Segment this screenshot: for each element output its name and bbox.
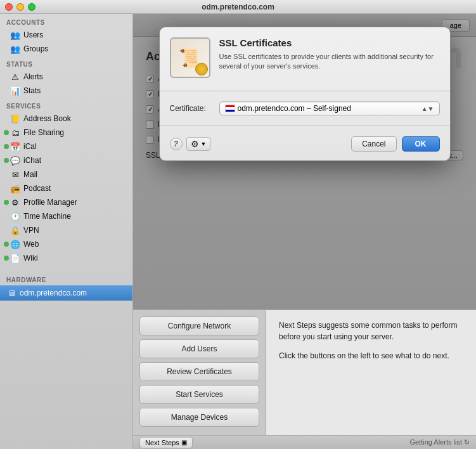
sidebar-item-label: Mail bbox=[23, 170, 37, 179]
window-controls[interactable] bbox=[5, 3, 35, 11]
sidebar-item-stats[interactable]: 📊 Stats bbox=[0, 84, 132, 98]
certificate-badge bbox=[195, 63, 208, 75]
modal-title: SSL Certificates bbox=[219, 37, 440, 48]
content-area: age pretendco.com Access Allow remote lo… bbox=[133, 14, 476, 309]
right-panel: age pretendco.com Access Allow remote lo… bbox=[133, 14, 476, 449]
certificate-value: odm.pretendco.com – Self-signed bbox=[238, 104, 351, 113]
sidebar-item-label: Profile Manager bbox=[23, 198, 77, 207]
sidebar-item-groups[interactable]: 👥 Groups bbox=[0, 42, 132, 56]
sidebar-item-users[interactable]: 👥 Users bbox=[0, 28, 132, 42]
ical-icon: 📅 bbox=[10, 141, 20, 152]
sidebar: ACCOUNTS 👥 Users 👥 Groups STATUS ⚠ Alert… bbox=[0, 14, 133, 449]
chevron-down-icon: ▲▼ bbox=[421, 105, 434, 112]
sidebar-item-label: File Sharing bbox=[23, 128, 64, 137]
sidebar-item-label: Alerts bbox=[23, 72, 43, 81]
sidebar-item-label: VPN bbox=[23, 226, 39, 235]
alerts-icon: ⚠ bbox=[10, 72, 20, 82]
accounts-section-header: ACCOUNTS bbox=[0, 14, 132, 28]
window-title: odm.pretendco.com bbox=[202, 3, 274, 11]
status-dot bbox=[4, 228, 9, 233]
hardware-icon: 🖥 bbox=[6, 288, 16, 298]
add-users-button[interactable]: Add Users bbox=[139, 339, 259, 358]
statusbar: Next Steps ▣ Getting Alerts list ↻ bbox=[133, 435, 476, 449]
cancel-button[interactable]: Cancel bbox=[351, 136, 396, 152]
minimize-button[interactable] bbox=[16, 3, 24, 11]
next-steps-button[interactable]: Next Steps ▣ bbox=[139, 437, 193, 448]
status-section-header: STATUS bbox=[0, 56, 132, 70]
sidebar-item-vpn[interactable]: 🔒 VPN bbox=[0, 223, 132, 237]
stats-icon: 📊 bbox=[10, 86, 20, 96]
ichat-icon: 💬 bbox=[10, 155, 20, 166]
web-icon: 🌐 bbox=[10, 239, 20, 249]
gear-dropdown-icon: ▼ bbox=[201, 141, 207, 147]
ok-button[interactable]: OK bbox=[402, 136, 440, 152]
certificate-flag-icon bbox=[225, 105, 235, 112]
sidebar-item-label: Users bbox=[23, 30, 43, 39]
sidebar-hardware-label: odm.pretendco.com bbox=[20, 289, 87, 297]
users-icon: 👥 bbox=[10, 30, 20, 40]
manage-devices-button[interactable]: Manage Devices bbox=[139, 408, 259, 427]
help-button[interactable]: ? bbox=[170, 138, 183, 150]
sidebar-item-ichat[interactable]: 💬 iChat bbox=[0, 153, 132, 167]
bottom-text-area: Next Steps suggests some common tasks to… bbox=[266, 310, 476, 435]
modal-header: 📜 SSL Certificates Use SSL certificates … bbox=[160, 27, 450, 86]
sidebar-item-ical[interactable]: 📅 iCal bbox=[0, 140, 132, 153]
status-dot bbox=[4, 200, 9, 205]
ssl-certificates-modal: 📜 SSL Certificates Use SSL certificates … bbox=[159, 27, 451, 161]
sidebar-item-hardware[interactable]: 🖥 odm.pretendco.com bbox=[0, 285, 132, 301]
status-dot bbox=[4, 158, 9, 163]
sidebar-item-address-book[interactable]: 📒 Address Book bbox=[0, 112, 132, 126]
bottom-panel: Configure Network Add Users Review Certi… bbox=[133, 309, 476, 449]
vpn-icon: 🔒 bbox=[10, 225, 20, 235]
modal-cert-row: Certificate: odm.pretendco.com – Self-si… bbox=[160, 96, 450, 120]
gear-icon: ⚙ bbox=[191, 139, 199, 149]
sidebar-item-label: Podcast bbox=[23, 184, 51, 193]
titlebar: odm.pretendco.com bbox=[0, 0, 476, 14]
bottom-buttons: Configure Network Add Users Review Certi… bbox=[133, 310, 266, 435]
status-dot bbox=[4, 172, 9, 177]
modal-title-area: SSL Certificates Use SSL certificates to… bbox=[219, 37, 440, 72]
sidebar-item-podcast[interactable]: 📻 Podcast bbox=[0, 181, 132, 195]
sidebar-item-mail[interactable]: ✉ Mail bbox=[0, 167, 132, 181]
services-section-header: SERVICES bbox=[0, 98, 132, 112]
sidebar-item-wiki[interactable]: 📄 Wiki bbox=[0, 251, 132, 265]
podcast-icon: 📻 bbox=[10, 183, 20, 193]
close-button[interactable] bbox=[5, 3, 13, 11]
next-steps-label: Next Steps bbox=[145, 439, 179, 446]
sidebar-item-web[interactable]: 🌐 Web bbox=[0, 237, 132, 251]
status-dot bbox=[4, 144, 9, 149]
sidebar-item-file-sharing[interactable]: 🗂 File Sharing bbox=[0, 126, 132, 140]
sidebar-item-time-machine[interactable]: 🕐 Time Machine bbox=[0, 209, 132, 223]
status-dot bbox=[4, 242, 9, 247]
sidebar-item-label: Web bbox=[23, 240, 39, 249]
status-right-text: Getting Alerts list ↻ bbox=[409, 438, 470, 446]
modal-overlay: 📜 SSL Certificates Use SSL certificates … bbox=[133, 14, 476, 309]
certificate-select[interactable]: odm.pretendco.com – Self-signed ▲▼ bbox=[219, 101, 440, 115]
bottom-content: Configure Network Add Users Review Certi… bbox=[133, 310, 476, 435]
configure-network-button[interactable]: Configure Network bbox=[139, 316, 259, 335]
review-certificates-button[interactable]: Review Certificates bbox=[139, 362, 259, 381]
sidebar-item-profile-manager[interactable]: ⚙ Profile Manager bbox=[0, 195, 132, 209]
sidebar-item-label: Stats bbox=[23, 86, 41, 95]
certificate-label: Certificate: bbox=[170, 104, 214, 113]
sidebar-item-label: iChat bbox=[23, 156, 41, 165]
status-dot bbox=[4, 256, 9, 261]
modal-footer-left: ? ⚙ ▼ bbox=[170, 137, 211, 151]
maximize-button[interactable] bbox=[28, 3, 35, 11]
next-steps-text-1: Next Steps suggests some common tasks to… bbox=[279, 320, 463, 342]
sidebar-item-alerts[interactable]: ⚠ Alerts bbox=[0, 70, 132, 84]
address-book-icon: 📒 bbox=[10, 114, 20, 124]
time-machine-icon: 🕐 bbox=[10, 211, 20, 221]
modal-divider-top bbox=[160, 91, 450, 91]
mail-icon: ✉ bbox=[10, 169, 20, 179]
start-services-button[interactable]: Start Services bbox=[139, 385, 259, 404]
status-dot bbox=[4, 214, 9, 219]
sidebar-item-label: Groups bbox=[23, 44, 48, 53]
modal-description: Use SSL certificates to provide your cli… bbox=[219, 52, 440, 72]
modal-footer: ? ⚙ ▼ Cancel OK bbox=[160, 131, 450, 160]
gear-button[interactable]: ⚙ ▼ bbox=[186, 137, 211, 151]
sidebar-item-label: Time Machine bbox=[23, 212, 71, 221]
file-sharing-icon: 🗂 bbox=[10, 127, 20, 138]
ssl-certificate-icon: 📜 bbox=[170, 37, 210, 78]
sidebar-item-label: Address Book bbox=[23, 114, 71, 123]
